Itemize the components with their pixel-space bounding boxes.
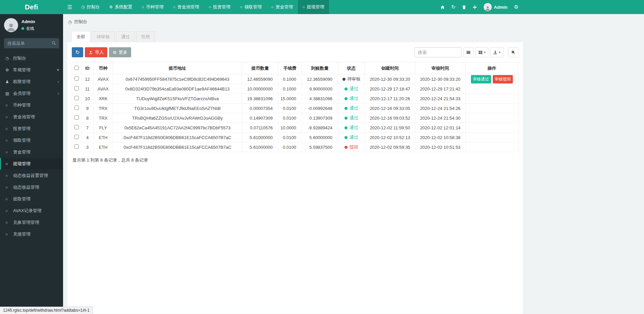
sidebar-menu-item[interactable]: ○领取管理 [0, 134, 63, 146]
more-button[interactable]: ⚙ 更多 [109, 47, 131, 57]
sidebar-menu-item[interactable]: ▤会员管理‹ [0, 87, 63, 99]
operations-cell [466, 84, 519, 94]
tab[interactable]: 通过 [116, 31, 135, 42]
received-cell: -0.00992646 [302, 104, 338, 113]
reject-button[interactable]: 审核驳回 [493, 75, 513, 83]
fullscreen-button[interactable] [470, 0, 480, 14]
table-search-input[interactable] [415, 47, 462, 57]
row-checkbox[interactable] [74, 106, 79, 110]
user-menu[interactable]: Admin [480, 3, 511, 11]
settings-button[interactable]: ⚙ [511, 0, 522, 14]
breadcrumb: ◷ 控制台 [63, 14, 644, 25]
topnav-item[interactable]: ○投资管理 [204, 0, 235, 14]
coin-cell: AVAX [94, 74, 113, 84]
address-cell: 0xcF487F118d2B50E806DBB61E15caFCCA6507B7… [113, 142, 242, 152]
search-icon [511, 50, 516, 55]
download-icon [493, 50, 497, 55]
column-header: 创建时间 [365, 62, 415, 74]
id-cell: 8 [82, 113, 94, 123]
sidebar-menu-item[interactable]: ○提取管理 [0, 193, 63, 205]
status-dot-icon [342, 78, 345, 81]
table-refresh-button[interactable]: ↻ [72, 47, 83, 57]
topnav-item-label: 资金管理 [276, 4, 293, 10]
sidebar-menu-item[interactable]: ◷控制台 [0, 52, 63, 64]
row-checkbox[interactable] [74, 144, 79, 149]
sidebar-menu-item[interactable]: ○投资管理 [0, 123, 63, 134]
topnav-item[interactable]: ◷控制台 [76, 0, 104, 14]
coin-cell: AVAX [94, 84, 113, 94]
topnav-item[interactable]: ○提现管理 [298, 0, 329, 14]
home-button[interactable] [437, 0, 448, 14]
amount-cell: 0.07110576 [242, 123, 278, 133]
search-icon [52, 41, 56, 46]
dashboard-icon: ◷ [5, 56, 13, 61]
approve-button[interactable]: 审核通过 [471, 75, 491, 83]
records-summary: 显示第 1 到第 8 条记录，总共 8 条记录 [72, 152, 519, 168]
status-dot-icon [344, 87, 347, 90]
sidebar-menu-item[interactable]: ○币种管理 [0, 99, 63, 111]
column-header: 提币地址 [113, 62, 242, 74]
topnav-item-label: 币种管理 [146, 4, 164, 10]
row-checkbox[interactable] [74, 135, 79, 139]
trash-button[interactable] [459, 0, 470, 14]
topnav-item[interactable]: ⚙系统配置 [104, 0, 137, 14]
amount-cell: 19.38831096 [242, 94, 278, 104]
sidebar-menu-item[interactable]: ○动态收益管理 [0, 181, 63, 193]
select-all-checkbox[interactable] [74, 66, 79, 70]
row-checkbox[interactable] [74, 86, 79, 90]
checkbox-cell [72, 94, 82, 104]
status-label: 待审核 [347, 76, 361, 82]
topnav-item[interactable]: ○资金管理 [266, 0, 298, 14]
list-view-button[interactable] [463, 47, 474, 57]
rows-icon [466, 50, 471, 55]
upload-icon [89, 50, 93, 55]
sidebar-item-label: 提现管理 [13, 161, 31, 167]
circle-icon: ○ [5, 185, 13, 190]
row-checkbox[interactable] [74, 115, 79, 120]
sidebar-menu-item[interactable]: ○充值管理 [0, 228, 63, 240]
topnav-item-label: 系统配置 [115, 4, 132, 10]
sidebar-menu-item[interactable]: ○资金池管理 [0, 111, 63, 123]
tab[interactable]: 拒绝 [136, 31, 155, 42]
refresh-button[interactable]: ↻ [448, 0, 459, 14]
columns-button[interactable]: ▾ [475, 47, 489, 57]
reviewed-cell: 2020-12-24 21:54:30 [415, 113, 466, 123]
menu-search-input[interactable] [4, 38, 59, 48]
operations-cell [466, 113, 519, 123]
row-checkbox[interactable] [74, 96, 79, 100]
sidebar-menu-item[interactable]: ○动态收益设置管理 [0, 170, 63, 181]
row-checkbox[interactable] [74, 125, 79, 129]
fee-cell: 0.0100 [278, 133, 302, 142]
sidebar-menu-item[interactable]: ♟权限管理‹ [0, 76, 63, 87]
circle-icon: ○ [5, 103, 13, 108]
sidebar-menu-item[interactable]: ○AVAX记录管理 [0, 205, 63, 216]
sidebar-item-label: 充值管理 [13, 231, 31, 237]
topnav-item[interactable]: ○币种管理 [137, 0, 168, 14]
refresh-icon: ↻ [75, 49, 80, 55]
topnav-item[interactable]: ○领取管理 [235, 0, 266, 14]
dashboard-icon: ◷ [68, 19, 72, 24]
search-button[interactable] [508, 47, 519, 57]
tab[interactable]: 全部 [71, 31, 90, 42]
created-cell: 2020-12-02 11:59:50 [365, 123, 415, 133]
sidebar-menu-item[interactable]: ○资金管理 [0, 146, 63, 158]
sidebar-menu-item[interactable]: ⚙常规管理▾ [0, 64, 63, 76]
sidebar-menu-item[interactable]: ○兑换管理管理 [0, 216, 63, 228]
topnav-item[interactable]: ○资金池管理 [168, 0, 204, 14]
operations-cell [466, 133, 519, 142]
circle-icon: ○ [209, 5, 211, 9]
sidebar-menu-item[interactable]: ○提现管理 [0, 158, 63, 170]
row-checkbox[interactable] [74, 76, 79, 81]
fee-cell: 0.1000 [278, 74, 302, 84]
column-header: 状态 [338, 62, 365, 74]
gears-icon: ⚙ [5, 68, 13, 72]
gear-icon: ⚙ [109, 5, 113, 9]
export-button[interactable]: ▾ [490, 47, 503, 57]
import-button[interactable]: 导入 [85, 47, 107, 57]
hamburger-menu-button[interactable]: ☰ [63, 0, 76, 14]
fee-cell: 0.1000 [278, 84, 302, 94]
table-body: 12AVAX0x6747459950FF5847875c1eC9fD8cB2C4… [72, 74, 519, 152]
sidebar-item-label: 领取管理 [13, 137, 31, 143]
tab[interactable]: 待审核 [92, 31, 115, 42]
status-label: 通过 [350, 105, 358, 111]
